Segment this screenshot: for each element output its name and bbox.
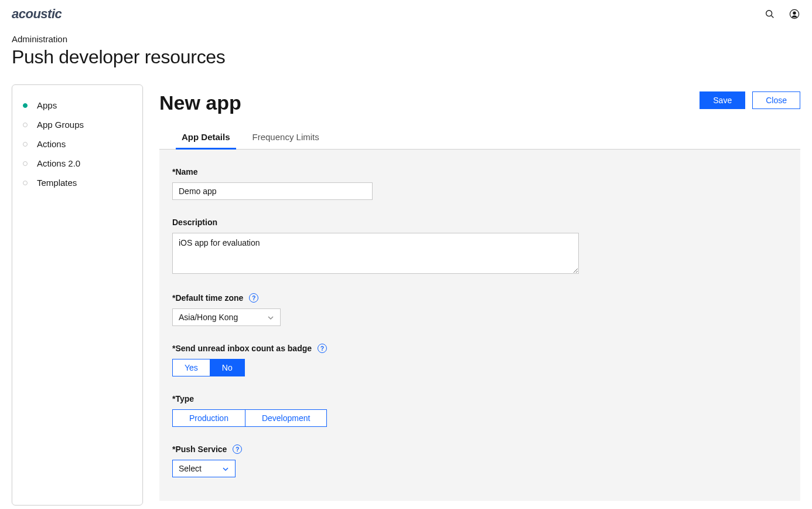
close-button[interactable]: Close <box>752 91 800 109</box>
status-dot-icon <box>23 181 28 185</box>
sidebar-item-templates[interactable]: Templates <box>23 173 132 192</box>
main-header: New app Save Close <box>159 84 800 114</box>
sidebar-item-apps[interactable]: Apps <box>23 96 132 115</box>
push-service-select[interactable]: Select <box>172 460 236 477</box>
sidebar-item-label: Templates <box>37 178 77 188</box>
badge-no-button[interactable]: No <box>210 359 245 376</box>
sidebar-item-app-groups[interactable]: App Groups <box>23 115 132 134</box>
field-push-service: *Push Service ? Select <box>172 444 787 477</box>
field-type: *Type Production Development <box>172 394 787 427</box>
svg-line-1 <box>772 16 774 18</box>
sidebar-item-label: Actions <box>37 139 66 149</box>
page-title: Push developer resources <box>12 46 800 68</box>
user-account-icon[interactable] <box>789 8 800 20</box>
badge-label-text: *Send unread inbox count as badge <box>172 344 312 353</box>
field-badge: *Send unread inbox count as badge ? Yes … <box>172 344 787 376</box>
svg-point-0 <box>766 11 772 16</box>
form-panel: *Name Description *Default time zone ? A… <box>159 150 800 501</box>
name-label: *Name <box>172 167 787 177</box>
status-dot-icon <box>23 142 28 147</box>
push-service-label-text: *Push Service <box>172 444 227 454</box>
sidebar-item-label: Actions 2.0 <box>37 158 80 168</box>
description-label: Description <box>172 218 787 227</box>
status-dot-icon <box>23 161 28 166</box>
help-icon[interactable]: ? <box>249 293 258 303</box>
push-service-value: Select <box>179 464 202 473</box>
chevron-down-icon <box>267 314 274 321</box>
sidebar-item-label: App Groups <box>37 120 84 130</box>
timezone-value: Asia/Hong Kong <box>179 313 238 322</box>
svg-point-3 <box>793 12 796 15</box>
field-name: *Name <box>172 167 787 200</box>
save-button[interactable]: Save <box>700 91 745 109</box>
type-production-button[interactable]: Production <box>172 409 245 427</box>
type-development-button[interactable]: Development <box>245 409 327 427</box>
brand-logo: acoustic <box>12 6 62 22</box>
topbar: acoustic <box>0 0 812 28</box>
help-icon[interactable]: ? <box>318 344 327 353</box>
timezone-select[interactable]: Asia/Hong Kong <box>172 308 281 326</box>
field-description: Description <box>172 218 787 276</box>
topbar-actions <box>764 8 800 20</box>
main-title: New app <box>159 91 241 114</box>
status-dot-icon <box>23 123 28 127</box>
header-actions: Save Close <box>700 91 800 109</box>
sidebar-item-label: Apps <box>37 100 57 110</box>
search-icon[interactable] <box>764 8 776 20</box>
main-content: New app Save Close App Details Frequency… <box>159 84 800 501</box>
badge-toggle-group: Yes No <box>172 359 787 376</box>
type-toggle-group: Production Development <box>172 409 787 427</box>
description-input[interactable] <box>172 233 579 274</box>
tab-app-details[interactable]: App Details <box>159 125 247 149</box>
field-timezone: *Default time zone ? Asia/Hong Kong <box>172 293 787 326</box>
timezone-label-text: *Default time zone <box>172 293 243 303</box>
breadcrumb[interactable]: Administration <box>12 34 800 44</box>
chevron-down-icon <box>222 465 229 472</box>
badge-label: *Send unread inbox count as badge ? <box>172 344 787 353</box>
tab-list: App Details Frequency Limits <box>159 125 800 150</box>
badge-yes-button[interactable]: Yes <box>172 359 210 376</box>
name-input[interactable] <box>172 182 373 200</box>
push-service-label: *Push Service ? <box>172 444 787 454</box>
sidebar-item-actions-2[interactable]: Actions 2.0 <box>23 154 132 173</box>
timezone-label: *Default time zone ? <box>172 293 787 303</box>
type-label: *Type <box>172 394 787 403</box>
sidebar-nav: Apps App Groups Actions Actions 2.0 Temp… <box>12 84 143 505</box>
status-dot-icon <box>23 103 28 108</box>
tab-frequency-limits[interactable]: Frequency Limits <box>247 125 335 149</box>
page-header: Administration Push developer resources <box>0 28 812 68</box>
sidebar-item-actions[interactable]: Actions <box>23 134 132 154</box>
help-icon[interactable]: ? <box>233 444 242 454</box>
